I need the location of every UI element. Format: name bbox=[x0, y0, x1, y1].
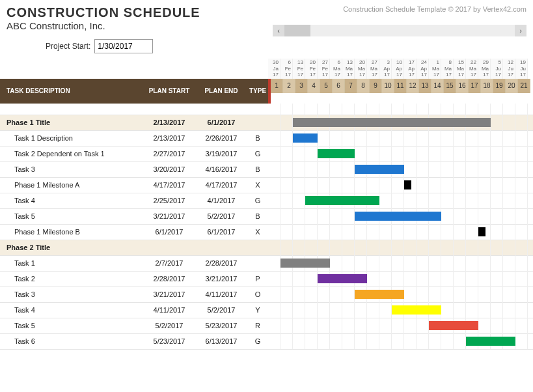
week-cell: 20 bbox=[506, 79, 518, 93]
gantt-area bbox=[268, 208, 533, 224]
task-row: Task 65/23/20176/13/2017G bbox=[0, 334, 533, 350]
task-desc[interactable]: Task 1 Description bbox=[0, 134, 143, 142]
project-start-input[interactable] bbox=[94, 39, 153, 53]
task-desc[interactable]: Task 4 bbox=[0, 306, 143, 314]
task-type[interactable]: G bbox=[247, 337, 268, 345]
task-type[interactable]: R bbox=[247, 322, 268, 329]
task-start[interactable]: 3/20/2017 bbox=[143, 165, 195, 173]
gantt-bar bbox=[355, 290, 404, 299]
task-end[interactable]: 2/28/2017 bbox=[195, 259, 247, 267]
week-cell: 14 bbox=[431, 79, 444, 93]
task-end[interactable]: 6/1/2017 bbox=[195, 228, 247, 236]
date-cell: 22Ma17 bbox=[466, 59, 478, 79]
task-end[interactable]: 6/1/2017 bbox=[195, 119, 247, 126]
task-desc[interactable]: Task 1 bbox=[0, 259, 143, 267]
task-start[interactable]: 5/23/2017 bbox=[143, 337, 195, 345]
task-desc[interactable]: Task 2 Dependent on Task 1 bbox=[0, 150, 143, 158]
date-cell: 8Ma17 bbox=[441, 59, 454, 79]
task-end[interactable]: 3/19/2017 bbox=[195, 150, 247, 158]
task-desc[interactable]: Phase 1 Milestone A bbox=[0, 181, 143, 189]
task-start[interactable]: 5/2/2017 bbox=[143, 322, 195, 329]
task-start[interactable]: 4/17/2017 bbox=[143, 181, 195, 189]
gantt-area bbox=[268, 224, 533, 240]
week-cell: 2 bbox=[283, 79, 295, 93]
task-row: Phase 1 Milestone B6/1/20176/1/2017X bbox=[0, 225, 533, 240]
task-start[interactable]: 2/27/2017 bbox=[143, 150, 195, 158]
task-start[interactable]: 4/11/2017 bbox=[143, 306, 195, 314]
task-type[interactable]: X bbox=[247, 228, 268, 236]
scroll-thumb[interactable] bbox=[284, 25, 310, 36]
task-end[interactable]: 4/1/2017 bbox=[195, 197, 247, 204]
project-start-label: Project Start: bbox=[46, 42, 90, 51]
week-cell: 18 bbox=[481, 79, 493, 93]
task-desc[interactable]: Task 3 bbox=[0, 165, 143, 173]
col-header-start: PLAN START bbox=[143, 87, 195, 94]
task-end[interactable]: 3/21/2017 bbox=[195, 275, 247, 283]
phase-row: Phase 1 Title2/13/20176/1/2017 bbox=[0, 115, 533, 131]
task-start[interactable]: 6/1/2017 bbox=[143, 228, 195, 236]
task-end[interactable]: 2/26/2017 bbox=[195, 134, 247, 142]
task-start[interactable]: 3/21/2017 bbox=[143, 290, 195, 298]
task-type[interactable]: X bbox=[247, 181, 268, 189]
task-row: Task 33/21/20174/11/2017O bbox=[0, 287, 533, 303]
date-cell: 3Ap17 bbox=[379, 59, 392, 79]
task-type[interactable]: Y bbox=[247, 306, 268, 314]
col-header-end: PLAN END bbox=[195, 87, 247, 94]
task-end[interactable]: 5/2/2017 bbox=[195, 306, 247, 314]
task-type[interactable]: P bbox=[247, 275, 268, 283]
task-desc[interactable]: Task 6 bbox=[0, 337, 143, 345]
week-cell: 13 bbox=[419, 79, 431, 93]
week-cell: 7 bbox=[345, 79, 357, 93]
gantt-bar bbox=[355, 165, 404, 174]
gantt-bar bbox=[318, 149, 355, 158]
date-cell: 19Ju17 bbox=[515, 59, 528, 79]
scroll-right-button[interactable]: › bbox=[515, 25, 526, 36]
timeline-weeks: 123456789101112131415161718192021 bbox=[271, 79, 530, 104]
task-desc[interactable]: Phase 2 Title bbox=[0, 244, 143, 251]
scroll-left-button[interactable]: ‹ bbox=[273, 25, 284, 36]
week-cell: 15 bbox=[444, 79, 456, 93]
phase-row: Phase 2 Title bbox=[0, 240, 533, 256]
scroll-track[interactable] bbox=[284, 25, 515, 36]
gantt-bar bbox=[466, 337, 515, 346]
task-desc[interactable]: Task 3 bbox=[0, 290, 143, 298]
task-desc[interactable]: Task 5 bbox=[0, 212, 143, 220]
task-row: Task 12/7/20172/28/2017 bbox=[0, 256, 533, 272]
task-start[interactable]: 2/25/2017 bbox=[143, 197, 195, 204]
task-type[interactable]: B bbox=[247, 212, 268, 220]
task-end[interactable]: 4/11/2017 bbox=[195, 290, 247, 298]
gantt-bar bbox=[280, 259, 330, 268]
week-cell: 8 bbox=[357, 79, 370, 93]
task-end[interactable]: 5/23/2017 bbox=[195, 322, 247, 329]
task-desc[interactable]: Task 4 bbox=[0, 197, 143, 204]
task-start[interactable]: 2/7/2017 bbox=[143, 259, 195, 267]
task-end[interactable]: 4/16/2017 bbox=[195, 165, 247, 173]
task-desc[interactable]: Phase 1 Title bbox=[0, 119, 143, 126]
timeline-scrollbar[interactable]: ‹ › bbox=[273, 25, 526, 36]
task-type[interactable]: O bbox=[247, 290, 268, 298]
gantt-area bbox=[268, 271, 533, 287]
task-end[interactable]: 4/17/2017 bbox=[195, 181, 247, 189]
gantt-area bbox=[268, 302, 533, 318]
task-start[interactable]: 3/21/2017 bbox=[143, 212, 195, 220]
task-row: Task 53/21/20175/2/2017B bbox=[0, 209, 533, 225]
col-header-task: TASK DESCRIPTION bbox=[0, 87, 143, 94]
date-cell: 1Ma17 bbox=[429, 59, 441, 79]
date-cell: 10Ap17 bbox=[392, 59, 404, 79]
task-type[interactable]: G bbox=[247, 150, 268, 158]
task-desc[interactable]: Task 2 bbox=[0, 275, 143, 283]
week-cell: 12 bbox=[407, 79, 419, 93]
task-type[interactable]: G bbox=[247, 197, 268, 204]
gantt-area bbox=[268, 287, 533, 302]
date-cell: 27Fe17 bbox=[318, 59, 330, 79]
task-type[interactable]: B bbox=[247, 134, 268, 142]
task-start[interactable]: 2/28/2017 bbox=[143, 275, 195, 283]
task-type[interactable]: B bbox=[247, 165, 268, 173]
date-cell: 27Ma17 bbox=[367, 59, 379, 79]
task-end[interactable]: 5/2/2017 bbox=[195, 212, 247, 220]
task-start[interactable]: 2/13/2017 bbox=[143, 119, 195, 126]
task-start[interactable]: 2/13/2017 bbox=[143, 134, 195, 142]
task-end[interactable]: 6/13/2017 bbox=[195, 337, 247, 345]
task-desc[interactable]: Task 5 bbox=[0, 322, 143, 329]
task-desc[interactable]: Phase 1 Milestone B bbox=[0, 228, 143, 236]
